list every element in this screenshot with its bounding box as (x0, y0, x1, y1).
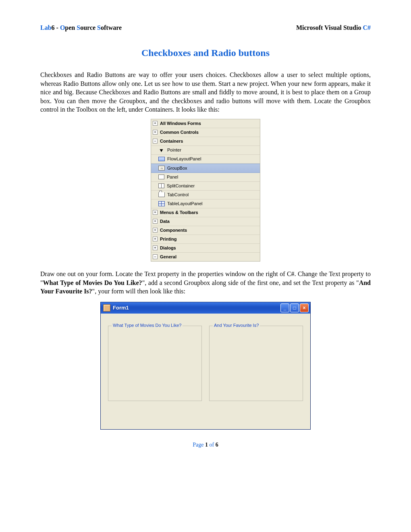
item-label: Panel (167, 175, 178, 179)
titlebar[interactable]: Form1 _ □ × (101, 302, 310, 314)
expand-icon[interactable]: + (153, 237, 158, 241)
of-word: of (208, 442, 216, 448)
toolbox-category[interactable]: +Dialogs (151, 244, 260, 253)
toolbox-item-pointer[interactable]: Pointer (151, 146, 260, 155)
expand-icon[interactable]: + (153, 228, 158, 233)
category-label: Data (160, 219, 170, 224)
toolbox-panel: +All Windows Forms +Common Controls −Con… (151, 119, 260, 262)
expand-icon[interactable]: + (153, 210, 158, 215)
toolbox-category[interactable]: −Containers (151, 137, 260, 146)
expand-icon[interactable]: + (153, 219, 158, 224)
header-left: Lab6 - Open Source Software (40, 24, 122, 31)
winform-window: Form1 _ □ × What Type of Movies Do You L… (100, 302, 311, 430)
maximize-button[interactable]: □ (290, 303, 299, 312)
lab-number: 6 - (52, 24, 60, 31)
category-label: Containers (160, 139, 183, 143)
software-word: oftware (101, 24, 122, 31)
form-figure: Form1 _ □ × What Type of Movies Do You L… (40, 302, 371, 430)
app-icon (103, 304, 110, 312)
p2-c: ", add a second Groupbox along side of t… (142, 279, 359, 286)
open-word: pen (65, 24, 77, 31)
close-icon: × (303, 305, 305, 311)
category-label: General (160, 254, 176, 259)
toolbox-category[interactable]: +Common Controls (151, 128, 260, 137)
item-label: TabControl (167, 192, 189, 197)
groupbox-icon: xy (158, 166, 165, 170)
toolbox-figure: +All Windows Forms +Common Controls −Con… (40, 119, 371, 262)
expand-icon[interactable]: + (153, 245, 158, 250)
page-number: 1 (205, 442, 208, 448)
page-header: Lab6 - Open Source Software Microsoft Vi… (40, 24, 371, 31)
flow-icon (158, 157, 165, 161)
category-label: Common Controls (160, 130, 199, 135)
item-label: GroupBox (167, 166, 187, 170)
maximize-icon: □ (293, 305, 296, 311)
toolbox-item-tablelayoutpanel[interactable]: TableLayoutPanel (151, 200, 260, 208)
toolbox-item-panel[interactable]: Panel (151, 173, 260, 182)
toolbox-category[interactable]: +Data (151, 217, 260, 226)
groupbox-label: What Type of Movies Do You Like? (112, 323, 183, 328)
page-total: 6 (216, 442, 218, 448)
toolbox-category[interactable]: +Components (151, 226, 260, 235)
s1-letter: S (77, 24, 80, 31)
header-right: Microsoft Visual Studio C# (296, 24, 371, 31)
category-label: Menus & Toolbars (160, 210, 198, 215)
category-label: All Windows Forms (160, 121, 201, 126)
panel-icon (158, 175, 164, 179)
category-label: Printing (160, 237, 177, 241)
groupbox-favourite[interactable]: And Your Favourite Is? (209, 326, 303, 401)
toolbox-category[interactable]: −General (151, 253, 260, 261)
window-title: Form1 (113, 305, 280, 311)
toolbox-category[interactable]: +Menus & Toolbars (151, 208, 260, 217)
minimize-icon: _ (284, 305, 286, 311)
collapse-icon[interactable]: − (153, 254, 158, 259)
toolbox-category[interactable]: +All Windows Forms (151, 119, 260, 128)
split-icon (158, 183, 164, 188)
second-paragraph: Draw one out on your form. Locate the Te… (40, 270, 371, 296)
close-button[interactable]: × (300, 303, 309, 312)
p2-e: ", your form will then look like this: (92, 288, 185, 295)
form-body: What Type of Movies Do You Like? And You… (101, 314, 310, 429)
table-icon (158, 201, 165, 206)
item-label: TableLayoutPanel (167, 201, 202, 206)
toolbox-item-splitcontainer[interactable]: SplitContainer (151, 182, 260, 191)
product-name: Microsoft Visual Studio (296, 24, 363, 31)
page-title: Checkboxes and Radio buttons (40, 48, 371, 58)
item-label: FlowLayoutPanel (167, 156, 201, 161)
intro-paragraph: Checkboxes and Radio Buttons are way to … (40, 71, 371, 114)
expand-icon[interactable]: + (153, 130, 158, 135)
groupbox-movies[interactable]: What Type of Movies Do You Like? (108, 326, 202, 401)
csharp-label: C# (363, 24, 371, 31)
p2-b: What Type of Movies Do You Like? (43, 279, 142, 286)
o-letter: O (60, 24, 65, 31)
category-label: Components (160, 228, 187, 233)
page-word: Page (193, 442, 205, 448)
window-buttons: _ □ × (280, 303, 309, 312)
toolbox-category[interactable]: +Printing (151, 235, 260, 244)
source-word: ource (80, 24, 97, 31)
page-footer: Page 1 of 6 (40, 442, 371, 448)
collapse-icon[interactable]: − (153, 139, 158, 143)
lab-label: Lab (40, 24, 52, 31)
groupbox-label: And Your Favourite Is? (213, 323, 260, 328)
item-label: SplitContainer (167, 183, 195, 188)
category-label: Dialogs (160, 245, 176, 250)
pointer-icon (158, 147, 165, 153)
expand-icon[interactable]: + (153, 121, 158, 126)
toolbox-item-tabcontrol[interactable]: TabControl (151, 191, 260, 200)
item-label: Pointer (167, 148, 181, 152)
toolbox-item-flowlayoutpanel[interactable]: FlowLayoutPanel (151, 155, 260, 164)
tab-icon (158, 192, 165, 197)
minimize-button[interactable]: _ (280, 303, 289, 312)
s2-letter: S (97, 24, 101, 31)
toolbox-item-groupbox[interactable]: xyGroupBox (151, 164, 260, 173)
